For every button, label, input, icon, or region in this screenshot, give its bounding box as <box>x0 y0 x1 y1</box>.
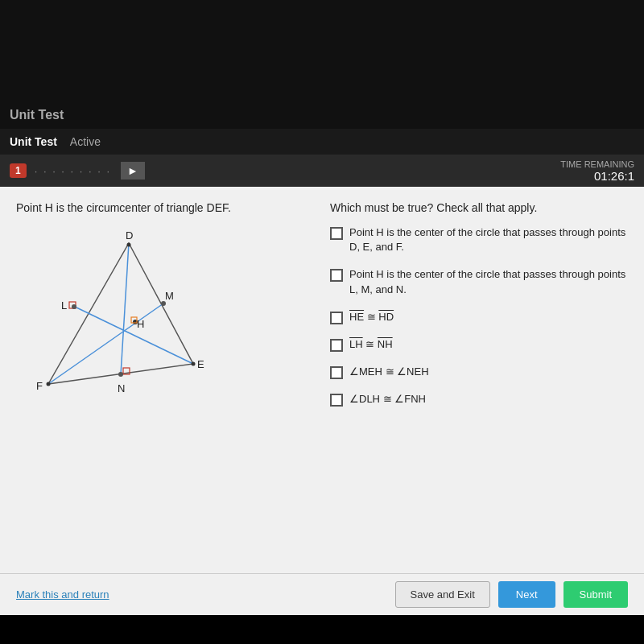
option-checkbox-1[interactable] <box>330 227 343 240</box>
option-checkbox-5[interactable] <box>330 366 343 379</box>
which-must-text: Which must be true? Check all that apply… <box>330 201 628 214</box>
svg-line-3 <box>121 243 129 374</box>
option-label-1: Point H is the center of the circle that… <box>349 225 628 254</box>
nh-overline: NH <box>378 338 393 350</box>
lh-overline: LH <box>349 338 363 350</box>
triangle-svg: D E F L M N H <box>16 227 242 436</box>
main-content: Point H is the circumcenter of triangle … <box>0 187 644 573</box>
unit-test-label: Unit Test <box>10 135 57 148</box>
svg-point-17 <box>161 301 166 306</box>
svg-marker-0 <box>48 243 193 384</box>
save-exit-button[interactable]: Save and Exit <box>395 581 490 608</box>
bottom-bar: Mark this and return Save and Exit Next … <box>0 573 644 615</box>
svg-text:D: D <box>126 229 133 242</box>
next-button[interactable]: Next <box>498 581 555 608</box>
svg-text:M: M <box>165 290 174 302</box>
submit-button[interactable]: Submit <box>564 581 628 608</box>
svg-point-13 <box>127 243 131 247</box>
top-title: Unit Test <box>10 108 64 122</box>
question-left-text: Point H is the circumcenter of triangle … <box>16 201 314 214</box>
svg-line-2 <box>48 303 163 384</box>
nav-bar: 1 · · · · · · · · · ► TIME REMAINING 01:… <box>0 155 644 187</box>
option-label-6: ∠DLH ≅ ∠FNH <box>349 392 426 407</box>
option-checkbox-4[interactable] <box>330 339 343 352</box>
option-row-5: ∠MEH ≅ ∠NEH <box>330 365 628 379</box>
left-panel: Point H is the circumcenter of triangle … <box>16 201 314 560</box>
mark-return-link[interactable]: Mark this and return <box>16 588 109 601</box>
he-overline: HE <box>349 311 364 323</box>
option-label-5: ∠MEH ≅ ∠NEH <box>349 365 429 379</box>
svg-point-18 <box>118 372 123 377</box>
option-row-4: LH ≅ NH <box>330 337 628 352</box>
svg-text:H: H <box>137 318 144 330</box>
option-row-1: Point H is the center of the circle that… <box>330 225 628 254</box>
nav-dots: · · · · · · · · · <box>35 165 111 177</box>
svg-text:F: F <box>36 380 43 392</box>
svg-point-14 <box>192 362 196 366</box>
nav-left: 1 · · · · · · · · · ► <box>10 162 145 180</box>
header-bar: Unit Test Active <box>0 129 644 155</box>
right-panel: Which must be true? Check all that apply… <box>330 201 628 560</box>
active-label: Active <box>70 135 101 148</box>
option-label-3: HE ≅ HD <box>349 310 394 324</box>
nav-forward-button[interactable]: ► <box>121 162 145 180</box>
time-label: TIME REMAINING <box>560 159 634 169</box>
svg-point-16 <box>72 304 76 309</box>
option-checkbox-3[interactable] <box>330 312 343 324</box>
time-value: 01:26:1 <box>560 169 634 183</box>
top-black-area: Unit Test <box>0 0 644 129</box>
svg-point-15 <box>47 382 51 386</box>
svg-text:N: N <box>118 382 125 394</box>
question-number-badge[interactable]: 1 <box>10 163 27 178</box>
time-remaining-container: TIME REMAINING 01:26:1 <box>560 159 634 183</box>
svg-line-1 <box>76 308 193 364</box>
option-label-4: LH ≅ NH <box>349 337 393 352</box>
option-checkbox-6[interactable] <box>330 394 343 407</box>
bottom-buttons: Save and Exit Next Submit <box>395 581 628 608</box>
hd-overline: HD <box>378 311 394 323</box>
option-row-2: Point H is the center of the circle that… <box>330 267 628 296</box>
option-label-2: Point H is the center of the circle that… <box>349 267 628 296</box>
time-remaining: TIME REMAINING 01:26:1 <box>560 159 634 183</box>
option-row-3: HE ≅ HD <box>330 310 628 324</box>
option-checkbox-2[interactable] <box>330 269 343 282</box>
option-row-6: ∠DLH ≅ ∠FNH <box>330 392 628 407</box>
bottom-black-area <box>0 615 644 644</box>
svg-text:E: E <box>197 358 204 370</box>
triangle-diagram: D E F L M N H <box>16 227 242 436</box>
svg-text:L: L <box>61 299 67 312</box>
